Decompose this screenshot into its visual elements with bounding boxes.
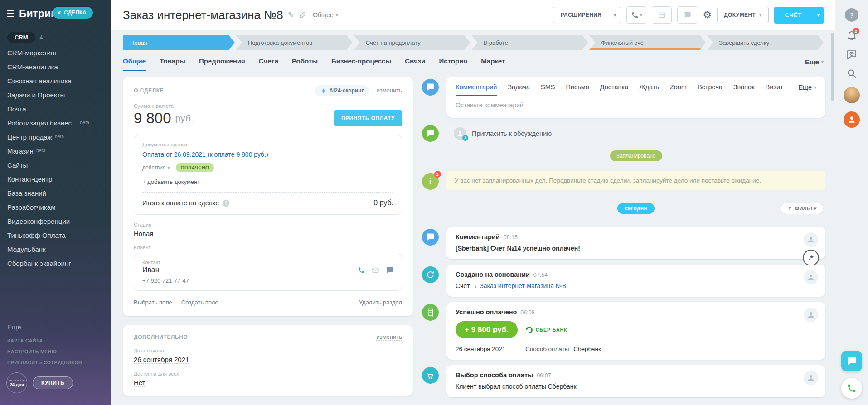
timeline-tab-sms[interactable]: SMS (541, 83, 555, 96)
source-deal-link[interactable]: Заказ интернет-магазина №8 (480, 282, 566, 289)
edit-about-link[interactable]: изменить (376, 87, 402, 95)
timeline-tab-email[interactable]: Письмо (566, 83, 589, 96)
tab-market[interactable]: Маркет (481, 57, 505, 71)
close-icon[interactable]: × (57, 10, 61, 16)
timeline-tab-call[interactable]: Звонок (733, 83, 755, 96)
contact-call-icon[interactable] (358, 266, 365, 274)
notifications-bell-icon[interactable]: 2 (846, 30, 857, 41)
copy-link-icon[interactable] (299, 11, 306, 19)
trial-countdown[interactable]: осталось 24 дня (6, 372, 27, 393)
chevron-down-icon[interactable]: ▾ (813, 7, 824, 24)
tab-quotes[interactable]: Предложения (199, 57, 245, 71)
sidebar-item-more[interactable]: Ещё (0, 318, 111, 335)
stage-in-progress[interactable]: В работе (471, 35, 588, 50)
ai-scoring-badge[interactable]: AI24-скоринг (315, 85, 369, 96)
author-avatar[interactable] (804, 308, 818, 322)
sidebar-item-modulbank[interactable]: Модульбанк (0, 242, 111, 256)
entry-card[interactable]: Комментарий 08:15 [Sberbank] Счет №14 ус… (446, 227, 825, 259)
comment-input[interactable]: Оставьте комментарий (446, 96, 825, 118)
timeline-tabs-more[interactable]: Еще ▾ (798, 83, 816, 96)
sidebar-item-contact-center[interactable]: Контакт-центр (0, 172, 111, 186)
document-button[interactable]: ДОКУМЕНТ ▾ (717, 7, 769, 23)
email-button[interactable] (652, 6, 672, 24)
tab-robots[interactable]: Роботы (292, 57, 318, 71)
contact-avatar[interactable] (844, 111, 860, 128)
chevron-down-icon[interactable]: ▾ (609, 7, 621, 23)
contact-phone-number[interactable]: +7 920 721-77-47 (142, 277, 393, 284)
sidebar-item-tasks-projects[interactable]: Задачи и Проекты (0, 88, 111, 102)
buy-button[interactable]: КУПИТЬ (33, 376, 73, 389)
create-field-link[interactable]: Создать поле (181, 299, 218, 307)
stage-new[interactable]: Новая (123, 35, 235, 50)
timeline-tab-delivery[interactable]: Доставка (600, 83, 628, 96)
entry-card[interactable]: Выбор способа оплаты 06:07 Клиент выбрал… (446, 365, 825, 397)
openlines-chat-widget-button[interactable] (841, 351, 862, 371)
author-avatar[interactable] (804, 232, 818, 247)
chat-button[interactable] (677, 6, 697, 24)
delete-section-link[interactable]: Удалить раздел (359, 299, 402, 307)
invoice-button[interactable]: СЧЁТ ▾ (774, 7, 824, 24)
stage-final-invoice[interactable]: Финальный счёт (589, 35, 706, 50)
sidebar-item-crm-marketing[interactable]: CRM-маркетинг (0, 46, 111, 60)
tab-history[interactable]: История (439, 57, 468, 71)
stage-prepayment-invoice[interactable]: Счёт на предоплату (354, 35, 470, 50)
tab-general[interactable]: Общие (123, 57, 146, 71)
sitemap-link[interactable]: КАРТА САЙТА (0, 335, 111, 346)
timeline-tab-task[interactable]: Задача (508, 83, 530, 96)
sidebar-item-video-conferencing[interactable]: Видеоконференции (0, 214, 111, 228)
author-avatar[interactable] (804, 371, 818, 385)
sidebar-item-developers[interactable]: Разработчикам (0, 200, 111, 214)
author-avatar[interactable] (804, 270, 818, 284)
accept-payment-button[interactable]: ПРИНЯТЬ ОПЛАТУ (334, 110, 402, 126)
telephony-widget-button[interactable] (841, 378, 862, 399)
sidebar-item-store[interactable]: Магазинbeta (0, 144, 111, 158)
vertical-scrollbar[interactable] (831, 33, 834, 101)
timeline-tab-meeting[interactable]: Встреча (698, 83, 723, 96)
entry-card[interactable]: Создано на основании 07:54 Счёт → Заказ … (446, 265, 825, 297)
sidebar-item-rpa[interactable]: Роботизация бизнес...beta (0, 116, 111, 130)
timeline-tab-visit[interactable]: Визит (766, 83, 783, 96)
sidebar-item-crm-analytics[interactable]: CRM-аналитика (0, 60, 111, 74)
tab-invoices[interactable]: Счета (259, 57, 278, 71)
settings-gear-icon[interactable]: ⚙ (703, 10, 712, 20)
tab-products[interactable]: Товары (160, 57, 185, 71)
stage-field-value[interactable]: Новая (134, 230, 402, 237)
deal-slider-badge[interactable]: × СДЕЛКА (53, 7, 93, 19)
invite-employees-link[interactable]: ПРИГЛАСИТЬ СОТРУДНИКОВ (0, 357, 111, 368)
planned-badge[interactable]: Запланировано (610, 150, 662, 161)
contact-email-icon[interactable] (372, 266, 379, 274)
invite-to-discussion-button[interactable]: + Пригласить к обсуждению (446, 123, 825, 144)
sidebar-item-sites[interactable]: Сайты (0, 158, 111, 172)
sidebar-item-knowledge-base[interactable]: База знаний (0, 186, 111, 200)
pin-button[interactable] (803, 250, 819, 266)
sidebar-item-crm[interactable]: CRM 4 (0, 30, 111, 46)
deal-amount-value[interactable]: 9 800 (134, 110, 171, 127)
edit-additional-link[interactable]: изменить (376, 333, 402, 341)
sidebar-item-end-to-end-analytics[interactable]: Сквозная аналитика (0, 74, 111, 88)
configure-menu-link[interactable]: НАСТРОИТЬ МЕНЮ (0, 346, 111, 357)
timeline-tab-comment[interactable]: Комментарий (456, 83, 497, 96)
view-tab-general[interactable]: Общее ▾ (313, 11, 338, 19)
add-document-link[interactable]: + добавить документ (142, 178, 200, 185)
access-value[interactable]: Нет (134, 379, 145, 387)
tabs-more-button[interactable]: Еще ▾ (805, 58, 824, 71)
user-avatar[interactable] (844, 87, 860, 103)
menu-toggle-icon[interactable]: ☰ (6, 8, 15, 19)
filter-button[interactable]: ФИЛЬТР (781, 202, 824, 214)
extensions-button[interactable]: РАСШИРЕНИЯ ▾ (553, 7, 621, 23)
stage-close-deal[interactable]: Завершить сделку (707, 35, 824, 50)
sidebar-item-sberbank-acquiring[interactable]: Сбербанк эквайринг (0, 256, 111, 270)
select-field-link[interactable]: Выбрать поле (134, 299, 172, 307)
contact-chat-icon[interactable] (386, 266, 393, 274)
payment-document-link[interactable]: Оплата от 26.09.2021 (к оплате 9 800 руб… (142, 151, 268, 158)
call-button[interactable]: ▾ (626, 6, 646, 24)
timeline-tab-zoom[interactable]: Zoom (670, 83, 687, 96)
document-actions-dropdown[interactable]: действия ▾ (142, 164, 170, 171)
contact-name[interactable]: Иван (142, 266, 160, 274)
tab-business-processes[interactable]: Бизнес-процессы (331, 57, 391, 71)
entry-card[interactable]: Успешно оплачено 06:08 + 9 800 руб. СБЕР… (446, 302, 825, 360)
start-date-value[interactable]: 26 сентября 2021 (134, 356, 189, 364)
stage-document-preparation[interactable]: Подготовка документов (236, 35, 353, 50)
sidebar-item-mail[interactable]: Почта (0, 102, 111, 116)
help-tooltip-icon[interactable]: ? (223, 200, 229, 207)
